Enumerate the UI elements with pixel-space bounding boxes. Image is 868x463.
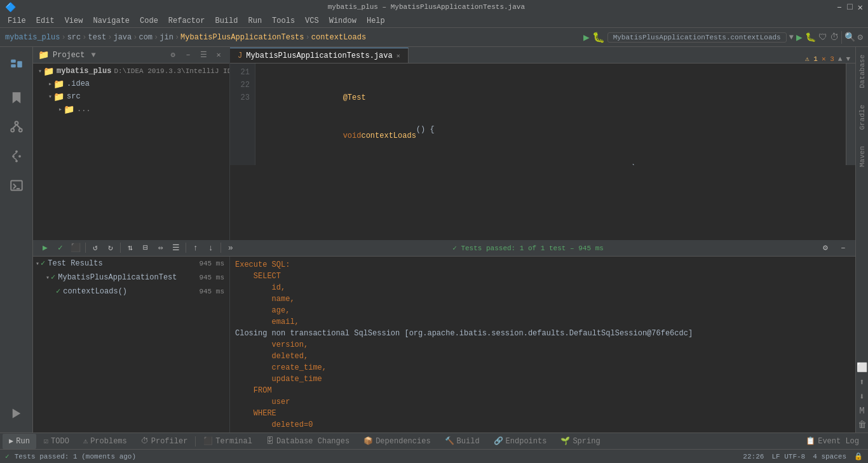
run-settings-btn[interactable]: ⚙	[818, 241, 832, 255]
test-item-results[interactable]: ▾ ✓ Test Results 945 ms	[33, 257, 229, 271]
status-encoding[interactable]: LF UTF-8	[771, 453, 805, 460]
panel-close-icon[interactable]: ✕	[213, 50, 224, 61]
run-stop-btn[interactable]: ⬛	[69, 241, 83, 255]
test-item-class[interactable]: ▾ ✓ MybatisPlusApplicationTest 945 ms	[33, 271, 229, 285]
run-icon[interactable]: ▶	[583, 31, 590, 44]
run-filter-btn[interactable]: ⊟	[139, 241, 153, 255]
run-sort-btn[interactable]: ⇅	[123, 241, 137, 255]
menu-edit[interactable]: Edit	[31, 14, 60, 27]
close-button[interactable]: ✕	[858, 2, 863, 13]
panel-settings-icon[interactable]: ☰	[198, 50, 209, 61]
main-area: 📁 Project ▼ ⚙ – ☰ ✕ ▾ 📁 mybatis_plus D:\…	[0, 47, 868, 433]
coverage-btn[interactable]: 🛡	[818, 32, 827, 43]
status-indentation[interactable]: 4 spaces	[813, 453, 846, 460]
run-play-btn[interactable]: ▶	[38, 241, 52, 255]
nav-class[interactable]: MybatisPlusApplicationTests	[180, 33, 304, 42]
sidebar-terminal-icon[interactable]	[3, 171, 31, 199]
sidebar-project-icon[interactable]	[3, 50, 31, 77]
run-dropdown-icon[interactable]: ▼	[789, 33, 794, 42]
nav-up-btn[interactable]: ▲	[838, 55, 843, 63]
right-tab-gradle[interactable]: Gradle	[857, 100, 867, 135]
sidebar-structure-icon[interactable]	[3, 113, 31, 141]
bottom-tab-run[interactable]: ▶ Run	[3, 434, 36, 449]
menu-build[interactable]: Build	[210, 14, 243, 27]
run-up-btn[interactable]: ↑	[189, 241, 203, 255]
run-rerun-failed-btn[interactable]: ↺	[88, 241, 102, 255]
right-sidebar-icon-5[interactable]: 🗑	[858, 420, 867, 430]
maximize-button[interactable]: □	[847, 2, 852, 13]
right-sidebar-icon-3[interactable]: ⬇	[859, 391, 864, 402]
tree-root-label: mybatis_plus	[57, 67, 111, 76]
debug-icon[interactable]: 🐛	[592, 31, 605, 44]
bottom-tab-profiler[interactable]: ⏱ Profiler	[135, 434, 194, 449]
menu-vcs[interactable]: VCS	[300, 14, 324, 27]
bottom-tab-spring[interactable]: 🌱 Spring	[554, 434, 606, 449]
tree-src-child[interactable]: ▸ 📁 ...	[33, 103, 229, 116]
run-more-btn[interactable]: »	[224, 241, 238, 255]
tree-root[interactable]: ▾ 📁 mybatis_plus D:\IDEA 2019.3.3\Intell…	[33, 65, 229, 77]
bottom-tab-build[interactable]: 🔨 Build	[438, 434, 486, 449]
sidebar-run-icon[interactable]	[3, 399, 31, 427]
menu-tools[interactable]: Tools	[267, 14, 300, 27]
nav-java[interactable]: java	[113, 33, 132, 42]
bottom-tab-problems[interactable]: ⚠ Problems	[77, 434, 133, 449]
run-tree-btn[interactable]: ☰	[169, 241, 183, 255]
editor-tab-main[interactable]: J MybatisPlusApplicationTests.java ✕	[230, 48, 409, 63]
nav-method[interactable]: contextLoads	[311, 33, 366, 42]
tree-idea[interactable]: ▸ 📁 .idea	[33, 77, 229, 90]
panel-gear-icon[interactable]: ⚙	[167, 50, 179, 61]
settings-icon[interactable]: ⚙	[858, 32, 863, 43]
menu-help[interactable]: Help	[362, 14, 390, 27]
run-sep-3	[186, 243, 186, 253]
panel-collapse-icon[interactable]: –	[182, 50, 194, 61]
menu-code[interactable]: Code	[135, 14, 163, 27]
nav-jin[interactable]: jin	[159, 33, 173, 42]
run-down-btn[interactable]: ↓	[204, 241, 218, 255]
right-tab-maven[interactable]: Maven	[857, 141, 867, 172]
code-text[interactable]: @Test void contextLoads() { List<User> u…	[255, 64, 846, 165]
bottom-tab-event-log[interactable]: 📋 Event Log	[799, 434, 865, 449]
bottom-tab-dependencies[interactable]: 📦 Dependencies	[357, 434, 437, 449]
bottom-tab-todo[interactable]: ☑ TODO	[37, 434, 76, 449]
menu-refactor[interactable]: Refactor	[163, 14, 210, 27]
status-check-icon: ✓	[5, 452, 10, 460]
nav-src[interactable]: src	[67, 33, 81, 42]
run-close-btn[interactable]: –	[836, 241, 850, 255]
test-class-check-icon: ✓	[51, 272, 55, 282]
bottom-tab-terminal[interactable]: ⬛ Terminal	[197, 434, 259, 449]
profiler-btn[interactable]: ⏱	[830, 32, 839, 43]
run-expand-btn[interactable]: ⇔	[154, 241, 168, 255]
dropdown-icon[interactable]: ▼	[91, 51, 95, 60]
bottom-tab-db-changes[interactable]: 🗄 Database Changes	[260, 434, 356, 449]
debug-btn[interactable]: 🐛	[805, 32, 816, 43]
output-panel[interactable]: Execute SQL: SELECT id, name, age, email…	[230, 257, 855, 433]
minimize-button[interactable]: –	[837, 2, 842, 13]
bottom-tab-endpoints[interactable]: 🔗 Endpoints	[487, 434, 553, 449]
nav-test[interactable]: test	[88, 33, 106, 42]
title-bar-controls: – □ ✕	[837, 2, 863, 13]
run-config-label[interactable]: MybatisPlusApplicationTests.contextLoads	[607, 32, 787, 43]
run-btn-green[interactable]: ▶	[796, 31, 803, 44]
tab-close-button[interactable]: ✕	[397, 52, 400, 60]
nav-com[interactable]: com	[139, 33, 153, 42]
nav-down-btn[interactable]: ▼	[846, 55, 850, 63]
menu-run[interactable]: Run	[243, 14, 267, 27]
right-tab-database[interactable]: Database	[857, 50, 867, 93]
menu-navigate[interactable]: Navigate	[88, 14, 135, 27]
tab-label: MybatisPlusApplicationTests.java	[246, 51, 392, 60]
run-rerun-btn[interactable]: ↻	[104, 241, 118, 255]
menu-file[interactable]: File	[3, 14, 31, 27]
tree-src[interactable]: ▾ 📁 src	[33, 90, 229, 103]
run-check-btn[interactable]: ✓	[53, 241, 67, 255]
run-toolbar: ▶ ✓ ⬛ ↺ ↻ ⇅ ⊟ ⇔ ☰ ↑ ↓ »	[38, 241, 238, 255]
menu-window[interactable]: Window	[324, 14, 362, 27]
sidebar-git-icon[interactable]	[3, 142, 31, 170]
right-sidebar-icon-1[interactable]: ⬜	[857, 362, 867, 373]
menu-view[interactable]: View	[60, 14, 88, 27]
right-sidebar-icon-2[interactable]: ⬆	[859, 377, 864, 387]
search-everywhere-icon[interactable]: 🔍	[844, 32, 855, 43]
right-sidebar-icon-4[interactable]: M	[859, 406, 864, 416]
nav-mybatis-plus[interactable]: mybatis_plus	[5, 33, 60, 42]
sidebar-bookmark-icon[interactable]	[3, 84, 31, 112]
test-item-method[interactable]: ✓ contextLoads() 945 ms	[33, 285, 229, 299]
